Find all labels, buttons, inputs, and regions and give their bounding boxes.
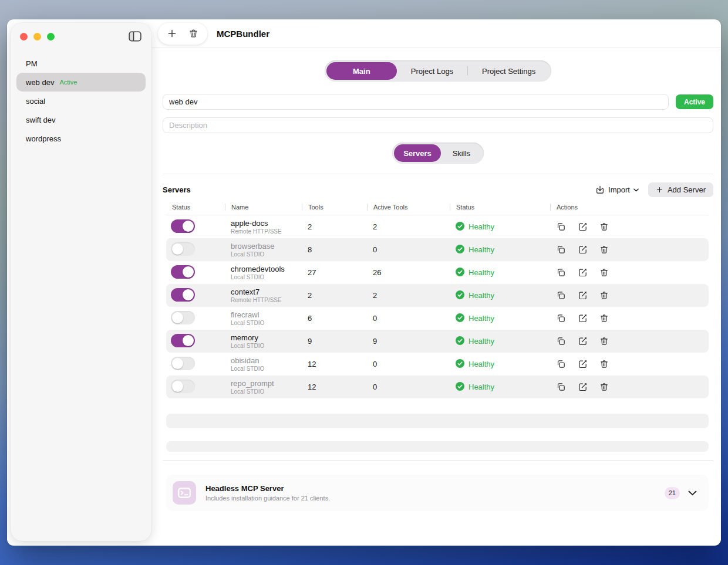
expand-chevron-icon[interactable] — [688, 490, 697, 496]
health-status-cell: Healthy — [450, 268, 550, 278]
edit-icon[interactable] — [578, 313, 588, 324]
delete-project-button[interactable] — [188, 28, 198, 39]
tab-servers[interactable]: Servers — [394, 144, 441, 162]
copy-icon[interactable] — [556, 359, 567, 370]
sidebar-item-social[interactable]: social — [16, 92, 146, 110]
edit-icon[interactable] — [578, 268, 588, 278]
copy-icon[interactable] — [556, 290, 567, 301]
window-controls — [11, 23, 151, 42]
server-name-cell: apple-docsRemote HTTP/SSE — [225, 219, 302, 235]
server-type: Local STDIO — [231, 388, 302, 395]
status-toggle-cell — [166, 380, 225, 395]
project-name-input[interactable] — [163, 94, 669, 110]
servers-header: Servers Import Add Server — [163, 182, 713, 197]
server-enable-toggle[interactable] — [171, 380, 195, 393]
server-name: chromedevtools — [231, 265, 302, 273]
health-status-label: Healthy — [469, 383, 494, 391]
tab-skills[interactable]: Skills — [441, 144, 482, 162]
tools-count: 8 — [302, 245, 367, 254]
headless-server-card[interactable]: Headless MCP Server Includes installatio… — [166, 475, 709, 511]
delete-icon[interactable] — [599, 268, 610, 278]
minimize-button[interactable] — [33, 33, 41, 40]
toggle-knob — [183, 221, 194, 232]
check-circle-icon — [456, 382, 464, 393]
sidebar-item-swift-dev[interactable]: swift dev — [16, 110, 146, 129]
check-circle-icon — [456, 359, 464, 370]
edit-icon[interactable] — [578, 245, 588, 255]
headless-server-subtitle: Includes installation guidance for 21 cl… — [205, 495, 330, 502]
server-type: Local STDIO — [231, 343, 302, 350]
status-toggle-cell — [166, 357, 225, 372]
sidebar-item-pm[interactable]: PM — [16, 54, 146, 73]
view-tab-bar: ServersSkills — [392, 143, 484, 164]
tab-main[interactable]: Main — [326, 62, 397, 80]
server-enable-toggle[interactable] — [171, 242, 195, 256]
section-divider — [163, 174, 713, 174]
check-circle-icon — [456, 222, 464, 232]
tools-count: 12 — [302, 360, 367, 368]
row-actions — [550, 382, 709, 393]
server-enable-toggle[interactable] — [171, 288, 195, 302]
copy-icon[interactable] — [556, 336, 567, 347]
delete-icon[interactable] — [599, 245, 610, 255]
delete-icon[interactable] — [599, 359, 610, 370]
sidebar-item-label: wordpress — [21, 134, 61, 143]
delete-icon[interactable] — [599, 313, 610, 324]
server-enable-toggle[interactable] — [171, 265, 195, 279]
health-status-label: Healthy — [469, 360, 494, 368]
sidebar-item-wordpress[interactable]: wordpress — [16, 129, 146, 148]
server-name-cell: memoryLocal STDIO — [225, 333, 302, 350]
tab-project-settings[interactable]: Project Settings — [468, 62, 550, 80]
server-enable-toggle[interactable] — [171, 311, 195, 324]
sidebar-item-web-dev[interactable]: web devActive — [16, 73, 146, 92]
add-project-button[interactable] — [167, 28, 177, 39]
health-status-label: Healthy — [469, 222, 494, 231]
add-server-button[interactable]: Add Server — [648, 182, 713, 197]
status-toggle-cell — [166, 219, 225, 235]
edit-icon[interactable] — [578, 222, 588, 232]
sidebar-item-label: social — [21, 97, 45, 106]
close-button[interactable] — [20, 33, 28, 40]
app-title: MCPBundler — [217, 29, 269, 39]
edit-icon[interactable] — [578, 382, 588, 393]
server-name-cell: firecrawlLocal STDIO — [225, 310, 302, 327]
delete-icon[interactable] — [599, 290, 610, 301]
edit-icon[interactable] — [578, 290, 588, 301]
column-header: Tools — [302, 204, 367, 211]
copy-icon[interactable] — [556, 245, 567, 255]
edit-icon[interactable] — [578, 359, 588, 370]
server-name: obisidan — [231, 356, 302, 365]
footer-divider — [163, 460, 713, 461]
toolbar: MCPBundler — [151, 19, 721, 48]
headless-server-title: Headless MCP Server — [205, 484, 330, 493]
empty-placeholder-bar — [166, 441, 709, 452]
server-enable-toggle[interactable] — [171, 357, 195, 370]
server-enable-toggle[interactable] — [171, 334, 195, 347]
import-button[interactable]: Import — [595, 185, 639, 195]
table-header: StatusNameToolsActive ToolsStatusActions — [166, 204, 709, 215]
row-actions — [550, 222, 709, 232]
delete-icon[interactable] — [599, 336, 610, 347]
copy-icon[interactable] — [556, 268, 567, 278]
server-type: Local STDIO — [231, 274, 302, 281]
server-name: memory — [231, 333, 302, 342]
server-type: Remote HTTP/SSE — [231, 297, 302, 304]
toggle-knob — [172, 243, 183, 255]
health-status-label: Healthy — [469, 245, 494, 254]
copy-icon[interactable] — [556, 382, 567, 393]
copy-icon[interactable] — [556, 313, 567, 324]
active-tools-count: 9 — [367, 337, 450, 346]
main-tab-bar: MainProject LogsProject Settings — [325, 60, 551, 82]
tab-project-logs[interactable]: Project Logs — [397, 62, 467, 80]
zoom-button[interactable] — [47, 33, 55, 40]
sidebar-toggle-icon[interactable] — [128, 31, 142, 42]
server-name-cell: chromedevtoolsLocal STDIO — [225, 265, 302, 281]
project-description-input[interactable] — [163, 117, 713, 133]
delete-icon[interactable] — [599, 382, 610, 393]
delete-icon[interactable] — [599, 222, 610, 232]
server-enable-toggle[interactable] — [171, 219, 195, 233]
edit-icon[interactable] — [578, 336, 588, 347]
project-active-button[interactable]: Active — [676, 94, 713, 109]
plus-icon — [656, 186, 663, 194]
copy-icon[interactable] — [556, 222, 567, 232]
